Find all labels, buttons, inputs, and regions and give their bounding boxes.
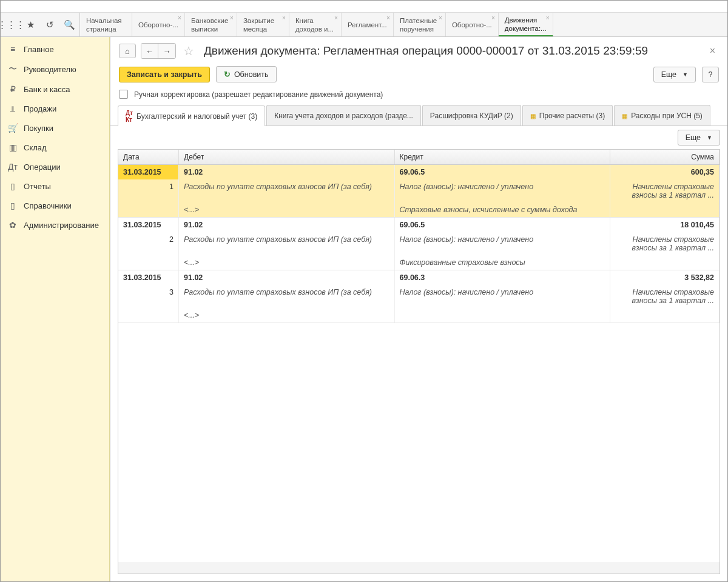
cell-sum: 600,35 [610, 165, 720, 179]
window-titlebar [1, 1, 727, 13]
main: ⌂ ← → ☆ Движения документа: Регламентная… [110, 37, 727, 581]
tab-label-2: страница [86, 25, 126, 33]
home-button[interactable]: ⌂ [119, 44, 136, 58]
help-button[interactable]: ? [702, 67, 719, 82]
manual-correction-checkbox[interactable] [119, 90, 128, 99]
grid-more-button[interactable]: Еще ▼ [678, 130, 720, 146]
tab-label: Оборотно-... [452, 21, 492, 29]
col-sum[interactable]: Сумма [610, 150, 720, 164]
top-ribbon: ⋮⋮⋮ ★ ↺ 🔍 Начальнаястраница×Оборотно-...… [1, 13, 727, 37]
tab-label-2: поручения [400, 25, 439, 33]
nav-group: ← → [141, 43, 176, 59]
sidebar-item[interactable]: ДтОперации [1, 157, 109, 176]
table-entry[interactable]: 31.03.201591.0269.06.518 010,452Расходы … [118, 218, 720, 270]
table-body[interactable]: 31.03.201591.0269.06.5600,351Расходы по … [118, 165, 720, 563]
grid-area: Еще ▼ Дата Дебет Кредит Сумма 31.03.2015… [110, 126, 727, 581]
history-icon[interactable]: ↺ [44, 19, 55, 30]
cell-debit-account: 91.02 [179, 165, 395, 179]
tab-label: Банковские [191, 16, 231, 25]
sidebar-item[interactable]: 🛒Покупки [1, 118, 109, 138]
sidebar-item[interactable]: 〜Руководителю [1, 59, 109, 79]
window-tab[interactable]: ×Банковскиевыписки [185, 13, 237, 36]
tab-label-2: документа:... [505, 24, 547, 33]
star-icon[interactable]: ★ [25, 19, 36, 30]
sidebar-item[interactable]: ≡Главное [1, 39, 109, 59]
tab-label: Начальная [86, 16, 126, 25]
window-tab[interactable]: ×Закрытиемесяца [237, 13, 289, 36]
col-credit[interactable]: Кредит [395, 150, 611, 164]
detail-tab[interactable]: ДтКтБухгалтерский и налоговый учет (3) [118, 105, 265, 126]
more-button[interactable]: Еще ▼ [653, 67, 696, 82]
detail-tabs: ДтКтБухгалтерский и налоговый учет (3)Кн… [110, 105, 727, 126]
forward-button[interactable]: → [158, 44, 175, 58]
tab-close-icon[interactable]: × [230, 15, 234, 22]
detail-tab[interactable]: ▦Расходы при УСН (5) [614, 105, 710, 125]
back-button[interactable]: ← [141, 44, 158, 58]
window-tab[interactable]: ×Движениядокумента:... [499, 13, 553, 36]
detail-tab-label: Книга учета доходов и расходов (разде... [274, 112, 413, 120]
table-header: Дата Дебет Кредит Сумма [118, 150, 720, 165]
tab-label: Движения [505, 16, 547, 24]
manual-correction-row: Ручная корректировка (разрешает редактир… [110, 89, 727, 105]
window-tab[interactable]: ×Оборотно-... [446, 13, 499, 36]
tab-label: Платежные [400, 16, 439, 25]
window-tab[interactable]: ×Платежныепоручения [394, 13, 446, 36]
toolbar: Записать и закрыть ↻ Обновить Еще ▼ ? [110, 64, 727, 89]
cell-credit-account: 69.06.5 [395, 165, 611, 179]
detail-tab[interactable]: Расшифровка КУДиР (2) [422, 105, 521, 125]
body: ≡Главное〜Руководителю₽Банк и касса⫫Прода… [1, 37, 727, 581]
sidebar-item[interactable]: ₽Банк и касса [1, 79, 109, 99]
cell-credit-analytics2 [395, 308, 611, 323]
detail-tab[interactable]: Книга учета доходов и расходов (разде... [266, 105, 421, 125]
sidebar-item[interactable]: ▯Справочники [1, 196, 109, 215]
cell-debit-analytics2: <...> [179, 255, 395, 270]
sidebar-item-label: Покупки [24, 124, 53, 133]
tab-close-icon[interactable]: × [386, 15, 390, 22]
refresh-label: Обновить [234, 70, 269, 79]
doc-icon: ▦ [622, 113, 627, 119]
tab-close-icon[interactable]: × [491, 15, 495, 22]
window-tab[interactable]: ×Книгадоходов и... [289, 13, 342, 36]
refresh-button[interactable]: ↻ Обновить [216, 66, 277, 82]
window-tab[interactable]: ×Регламент... [342, 13, 394, 36]
sidebar-item[interactable]: ⫫Продажи [1, 99, 109, 118]
sidebar-item-icon: Дт [8, 162, 18, 172]
tab-close-icon[interactable]: × [546, 15, 550, 22]
col-date[interactable]: Дата [118, 150, 179, 164]
close-page-button[interactable]: × [706, 45, 719, 56]
detail-tab[interactable]: ▦Прочие расчеты (3) [522, 105, 613, 125]
save-close-button[interactable]: Записать и закрыть [119, 67, 210, 82]
apps-icon[interactable]: ⋮⋮⋮ [5, 19, 16, 30]
cell-date: 31.03.2015 [118, 218, 179, 232]
detail-tab-label: Прочие расчеты (3) [539, 112, 605, 120]
dtkt-icon: ДтКт [126, 110, 133, 123]
col-debit[interactable]: Дебет [179, 150, 395, 164]
horizontal-scrollbar[interactable] [118, 563, 720, 574]
sidebar-item-icon: ▯ [8, 201, 18, 210]
page-header: ⌂ ← → ☆ Движения документа: Регламентная… [110, 37, 727, 64]
app-window: ⋮⋮⋮ ★ ↺ 🔍 Начальнаястраница×Оборотно-...… [0, 0, 728, 582]
tab-close-icon[interactable]: × [439, 15, 442, 22]
search-icon[interactable]: 🔍 [64, 19, 75, 30]
sidebar-item[interactable]: ▯Отчеты [1, 176, 109, 196]
detail-tab-label: Расшифровка КУДиР (2) [430, 112, 513, 120]
cell-credit-analytics: Налог (взносы): начислено / уплачено [395, 285, 611, 308]
window-tab[interactable]: Начальнаястраница [80, 13, 132, 36]
sidebar-item-icon: 〜 [8, 64, 18, 75]
table-entry[interactable]: 31.03.201591.0269.06.33 532,823Расходы п… [118, 270, 720, 323]
tab-close-icon[interactable]: × [334, 15, 338, 22]
window-tab[interactable]: ×Оборотно-... [132, 13, 185, 36]
sidebar-item[interactable]: ▥Склад [1, 138, 109, 157]
cell-debit-account: 91.02 [179, 270, 395, 285]
tab-close-icon[interactable]: × [178, 15, 181, 22]
sidebar-item-label: Справочники [24, 201, 72, 210]
sidebar-item-icon: ✿ [8, 220, 18, 230]
favorite-toggle-icon[interactable]: ☆ [183, 44, 194, 58]
sidebar-item[interactable]: ✿Администрирование [1, 215, 109, 235]
tab-close-icon[interactable]: × [282, 15, 286, 22]
table-entry[interactable]: 31.03.201591.0269.06.5600,351Расходы по … [118, 165, 720, 218]
cell-credit-analytics2: Страховые взносы, исчисленные с суммы до… [395, 202, 611, 217]
sidebar-item-label: Продажи [24, 104, 56, 113]
sidebar-item-label: Администрирование [24, 221, 99, 230]
more-label: Еще [661, 70, 676, 79]
